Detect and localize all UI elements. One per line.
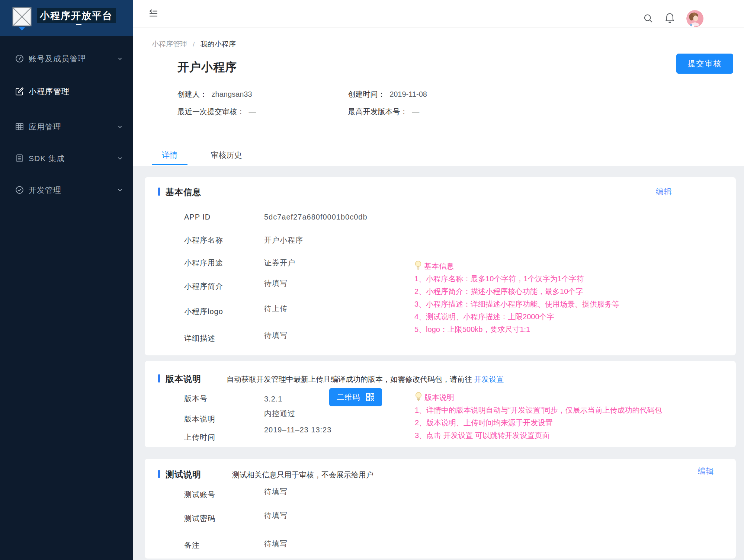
- version-card: 版本说明 自动获取开发管理中最新上传且编译成功的版本，如需修改代码包，请前往 开…: [145, 361, 736, 447]
- field-value: 待填写: [264, 330, 288, 340]
- field-value: 待填写: [264, 278, 288, 288]
- detail-tabs: 详情 审核历史: [152, 146, 263, 166]
- test-info-edit-link[interactable]: 编辑: [698, 466, 714, 476]
- version-subtitle-text: 自动获取开发管理中最新上传且编译成功的版本，如需修改代码包，请前往: [227, 375, 472, 383]
- chevron-down-icon: [117, 56, 123, 61]
- app-logo-placeholder-icon: [12, 7, 32, 32]
- sidebar-header: 小程序开放平台: [0, 0, 133, 36]
- breadcrumb-separator: /: [193, 40, 195, 48]
- card-title-bar: [158, 188, 160, 196]
- tip-line: 2、版本说明、上传时间均来源于开发设置: [415, 416, 662, 429]
- created-time-value: 2019-11-08: [389, 90, 427, 98]
- field-value: 内控通过: [264, 409, 295, 419]
- field-label: APP ID: [184, 213, 211, 221]
- sidebar-item-miniprogram-management[interactable]: 小程序管理: [0, 83, 133, 99]
- version-subtitle: 自动获取开发管理中最新上传且编译成功的版本，如需修改代码包，请前往 开发设置: [227, 374, 504, 384]
- meta-info: 创建人： zhangsan33 创建时间： 2019-11-08 最近一次提交审…: [177, 89, 427, 124]
- basic-info-card: 基本信息 编辑 APP ID 5dc7aef27a680f0001b0c0db …: [145, 177, 736, 355]
- tip-line: 5、logo：上限500kb，要求尺寸1:1: [414, 323, 619, 336]
- version-title: 版本说明: [166, 373, 201, 385]
- topbar: [133, 0, 744, 28]
- edit-square-icon: [15, 87, 24, 96]
- max-dev-version-value: —: [412, 108, 419, 116]
- qrcode-icon: [366, 393, 375, 401]
- field-value: 2019–11–23 13:23: [264, 426, 331, 434]
- field-label: 小程序名称: [184, 235, 223, 245]
- field-label: 测试密码: [184, 513, 215, 524]
- tab-detail[interactable]: 详情: [152, 146, 187, 165]
- check-circle-icon: [15, 185, 24, 195]
- breadcrumb: 小程序管理 / 我的小程序: [152, 39, 236, 49]
- field-label: 小程序用途: [184, 258, 223, 268]
- last-review-value: —: [249, 108, 256, 116]
- field-value: 待填写: [264, 539, 288, 549]
- sidebar-item-dev-management[interactable]: 开发管理: [0, 182, 133, 198]
- sidebar-item-label: 开发管理: [29, 185, 61, 195]
- app-root: 小程序开放平台 账号及成员管理 小程序管理: [0, 0, 744, 560]
- chevron-down-icon: [117, 187, 123, 193]
- qrcode-button[interactable]: 二维码: [329, 388, 382, 406]
- field-label: 版本号: [184, 394, 208, 404]
- field-value: 5dc7aef27a680f0001b0c0db: [264, 213, 368, 221]
- dev-settings-link[interactable]: 开发设置: [474, 375, 504, 383]
- field-label: 详细描述: [184, 333, 215, 343]
- sidebar-item-sdk-integration[interactable]: SDK 集成: [0, 150, 133, 166]
- version-tips: 版本说明 1、详情中的版本说明自动与“开发设置”同步，仅展示当前上传成功的代码包…: [415, 391, 662, 442]
- table-grid-icon: [15, 122, 24, 131]
- field-value: 开户小程序: [264, 235, 303, 245]
- submit-review-button[interactable]: 提交审核: [676, 54, 733, 74]
- tab-review-history[interactable]: 审核历史: [201, 146, 252, 164]
- meta-row: 创建人： zhangsan33 创建时间： 2019-11-08: [177, 89, 427, 107]
- dashboard-icon: [15, 54, 24, 63]
- tip-line: 3、小程序描述：详细描述小程序功能、使用场景、提供服务等: [414, 298, 619, 310]
- search-icon[interactable]: [643, 13, 654, 24]
- tip-line: 2、小程序简介：描述小程序核心功能，最多10个字: [414, 285, 619, 298]
- last-review-label: 最近一次提交审核：: [177, 108, 244, 116]
- chevron-down-icon: [117, 124, 123, 129]
- document-icon: [15, 154, 24, 163]
- field-label: 上传时间: [184, 432, 215, 442]
- tips-header: 版本说明: [415, 391, 662, 404]
- basic-info-tips: 基本信息 1、小程序名称：最多10个字符，1个汉字为1个字符 2、小程序简介：描…: [414, 260, 619, 336]
- sidebar-item-label: SDK 集成: [29, 153, 65, 164]
- field-label: 备注: [184, 540, 200, 550]
- sidebar-item-account-members[interactable]: 账号及成员管理: [0, 50, 133, 67]
- test-info-card: 测试说明 测试相关信息只用于审核，不会展示给用户 编辑 测试账号 待填写 测试密…: [145, 459, 736, 559]
- lightbulb-icon: [414, 260, 422, 270]
- basic-info-edit-link[interactable]: 编辑: [656, 186, 672, 197]
- creator-value: zhangsan33: [212, 90, 252, 98]
- breadcrumb-current: 我的小程序: [201, 40, 236, 48]
- field-value: 待填写: [264, 511, 288, 521]
- field-label: 测试账号: [184, 490, 215, 500]
- user-avatar[interactable]: [686, 10, 703, 27]
- page-header: 小程序管理 / 我的小程序 开户小程序 提交审核 创建人： zhangsan33…: [133, 28, 744, 166]
- content-area: 基本信息 编辑 APP ID 5dc7aef27a680f0001b0c0db …: [133, 166, 744, 560]
- test-info-title: 测试说明: [166, 469, 201, 480]
- tips-title: 版本说明: [424, 391, 454, 404]
- menu-fold-icon[interactable]: [148, 9, 158, 19]
- created-time-label: 创建时间：: [348, 90, 385, 98]
- tip-line: 1、小程序名称：最多10个字符，1个汉字为1个字符: [414, 272, 619, 285]
- card-title-bar: [158, 374, 160, 383]
- field-value: 待上传: [264, 304, 288, 314]
- field-label: 小程序logo: [184, 307, 223, 317]
- card-title-bar: [158, 470, 160, 478]
- app-title: 小程序开放平台: [37, 8, 116, 23]
- creator-label: 创建人：: [177, 90, 207, 98]
- tips-title: 基本信息: [424, 260, 454, 272]
- field-value: 证券开户: [264, 258, 295, 268]
- test-info-subtitle: 测试相关信息只用于审核，不会展示给用户: [232, 470, 373, 480]
- meta-row: 最近一次提交审核： — 最高开发版本号： —: [177, 107, 427, 124]
- notification-bell-icon[interactable]: [664, 12, 675, 24]
- sidebar-item-label: 小程序管理: [29, 86, 70, 97]
- breadcrumb-parent[interactable]: 小程序管理: [152, 40, 187, 48]
- page-title: 开户小程序: [177, 60, 237, 75]
- tip-line: 3、点击 开发设置 可以跳转开发设置页面: [415, 429, 662, 442]
- lightbulb-icon: [415, 392, 422, 401]
- sidebar: 小程序开放平台 账号及成员管理 小程序管理: [0, 0, 133, 560]
- basic-info-title: 基本信息: [166, 186, 201, 198]
- tips-header: 基本信息: [414, 260, 619, 272]
- text-cursor: [76, 24, 81, 25]
- sidebar-item-label: 应用管理: [29, 122, 61, 132]
- sidebar-item-app-management[interactable]: 应用管理: [0, 118, 133, 135]
